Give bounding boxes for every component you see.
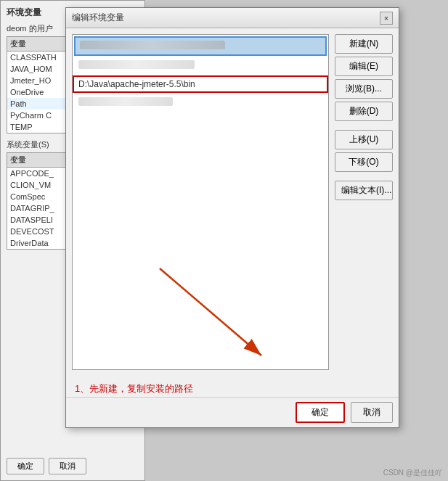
outer-confirm-button[interactable]: 确定 [7, 458, 44, 474]
path-list: D:\Java\apache-jmeter-5.5\bin [72, 34, 329, 370]
path-item-active[interactable]: D:\Java\apache-jmeter-5.5\bin [73, 75, 328, 93]
delete-button[interactable]: 删除(D) [335, 102, 393, 121]
dialog-bottom-buttons: 确定 取消 [66, 397, 399, 427]
browse-button[interactable]: 浏览(B)... [335, 79, 393, 99]
watermark: CSDN @是佳佳吖 [383, 468, 442, 478]
edit-text-button[interactable]: 编辑文本(I)... [335, 181, 393, 200]
outer-cancel-button[interactable]: 取消 [49, 458, 86, 474]
edit-button[interactable]: 编辑(E) [335, 57, 393, 76]
confirm-button[interactable]: 确定 [296, 402, 345, 423]
dialog-body: D:\Java\apache-jmeter-5.5\bin 1、先新建，复制安装… [66, 28, 399, 427]
new-button[interactable]: 新建(N) [335, 34, 393, 54]
path-item-0[interactable] [74, 36, 327, 56]
outer-bottom-buttons: 确定 取消 [1, 458, 146, 474]
dialog-titlebar: 编辑环境变量 × [66, 8, 399, 28]
close-button[interactable]: × [380, 12, 393, 25]
cancel-button[interactable]: 取消 [351, 402, 393, 423]
path-item-1[interactable] [74, 57, 327, 74]
move-down-button[interactable]: 下移(O) [335, 152, 393, 172]
dialog-title: 编辑环境变量 [72, 12, 124, 24]
path-item-3[interactable] [74, 94, 327, 111]
path-list-area: D:\Java\apache-jmeter-5.5\bin 1、先新建，复制安装… [72, 34, 329, 422]
right-buttons: 新建(N) 编辑(E) 浏览(B)... 删除(D) 上移(U) 下移(O) 编… [335, 34, 393, 422]
edit-dialog: 编辑环境变量 × D:\Java\apache-jmeter-5.5\bin [65, 7, 399, 428]
instruction-line1: 1、先新建，复制安装的路径 [75, 380, 326, 397]
move-up-button[interactable]: 上移(U) [335, 130, 393, 149]
